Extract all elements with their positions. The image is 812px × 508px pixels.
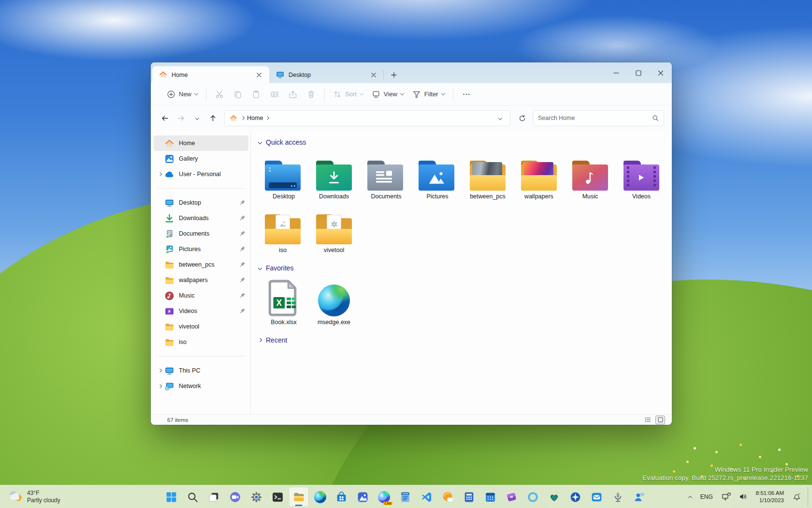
tile-grid-favorites: X Book.xlsx msedge.exe	[257, 277, 672, 330]
refresh-button[interactable]	[514, 110, 530, 126]
paste-button[interactable]	[247, 86, 265, 103]
breadcrumb-location[interactable]: Home	[247, 115, 263, 121]
rename-button[interactable]	[265, 86, 284, 103]
back-button[interactable]	[158, 111, 173, 126]
new-button[interactable]: New	[162, 86, 202, 103]
share-button[interactable]	[284, 86, 302, 103]
taskbar-file-explorer-button[interactable]	[289, 487, 308, 507]
taskbar-calculator-button[interactable]	[459, 487, 478, 507]
tile-label: between_pcs	[470, 193, 506, 200]
sidebar-item-documents[interactable]: Documents	[154, 226, 248, 241]
notifications-button[interactable]: zz	[789, 487, 805, 507]
taskbar-start-button[interactable]	[161, 487, 181, 507]
tile-vivetool[interactable]: vivetool	[308, 205, 360, 254]
sidebar-item-home[interactable]: Home	[154, 135, 248, 151]
taskbar-sound-recorder-button[interactable]	[608, 487, 627, 507]
section-header-favorites[interactable]: Favorites	[255, 262, 672, 274]
sidebar-item-iso[interactable]: iso	[154, 334, 248, 350]
sidebar-item-downloads[interactable]: Downloads	[154, 210, 248, 226]
taskbar-mail-button[interactable]	[587, 487, 606, 507]
sidebar-item-vivetool[interactable]: vivetool	[154, 319, 248, 334]
taskbar-family-safety-button[interactable]	[544, 487, 564, 507]
sidebar-item-videos[interactable]: Videos	[154, 303, 248, 319]
taskbar-cortana-button[interactable]	[523, 487, 542, 507]
tile-wallpapers[interactable]: wallpapers	[513, 151, 565, 200]
recent-locations-button[interactable]	[189, 111, 204, 126]
taskbar-settings-button[interactable]	[246, 487, 266, 507]
taskbar-get-help-button[interactable]	[629, 487, 649, 507]
taskbar-clipchamp-button[interactable]	[502, 487, 521, 507]
search-input[interactable]	[538, 115, 652, 121]
sidebar-item-network[interactable]: Network	[154, 378, 248, 394]
tile-desktop[interactable]: Desktop	[257, 151, 308, 200]
tile-downloads[interactable]: Downloads	[308, 151, 360, 200]
details-view-button[interactable]	[643, 416, 652, 424]
delete-button[interactable]	[302, 86, 320, 103]
new-tab-button[interactable]	[387, 68, 401, 82]
taskbar-calendar-button[interactable]	[480, 487, 500, 507]
sidebar-item-pictures[interactable]: Pictures	[154, 241, 248, 257]
close-button[interactable]	[650, 62, 672, 83]
taskbar-edge-button[interactable]	[310, 487, 330, 507]
refresh-icon	[519, 115, 526, 122]
tile-grid-quick-access: Desktop Downloads Documents Pictures bet…	[257, 151, 672, 258]
tile-music[interactable]: Music	[565, 151, 616, 200]
sidebar-item-user-personal[interactable]: User - Personal	[154, 166, 248, 182]
view-button[interactable]: View	[367, 86, 408, 103]
tile-iso[interactable]: iso	[257, 205, 308, 254]
taskbar-vscode-button[interactable]	[417, 487, 436, 507]
expand-chevron-icon[interactable]	[158, 369, 162, 373]
tile-book-xlsx[interactable]: X Book.xlsx	[257, 277, 308, 326]
folder-icon	[164, 275, 174, 285]
clock[interactable]: 8:51:06 AM 1/10/2023	[752, 490, 788, 504]
taskbar-edge-canary-button[interactable]: CAN	[374, 487, 393, 507]
tile-documents[interactable]: Documents	[360, 151, 411, 200]
tab-home[interactable]: Home	[152, 66, 269, 83]
sidebar-item-this-pc[interactable]: This PC	[154, 363, 248, 378]
show-desktop-button[interactable]	[808, 487, 810, 507]
volume-tray-button[interactable]	[735, 487, 751, 507]
taskbar-notepad-button[interactable]	[395, 487, 415, 507]
expand-chevron-icon[interactable]	[158, 172, 162, 176]
taskbar-weather-widget[interactable]: 43°F Partly cloudy	[5, 485, 64, 508]
hidden-icons-button[interactable]	[685, 487, 695, 507]
filter-button[interactable]: Filter	[408, 86, 449, 103]
sort-button[interactable]: Sort	[329, 86, 367, 103]
tile-between-pcs[interactable]: between_pcs	[462, 151, 513, 200]
expand-chevron-icon[interactable]	[158, 384, 162, 388]
tile-videos[interactable]: Videos	[616, 151, 667, 200]
taskbar-pinwheel-app-button[interactable]	[566, 487, 585, 507]
address-dropdown-button[interactable]	[494, 117, 506, 120]
taskbar-store-button[interactable]	[332, 487, 351, 507]
large-icons-view-button[interactable]	[655, 416, 665, 424]
more-icon	[462, 90, 471, 99]
address-bar[interactable]: Home	[224, 110, 510, 126]
copy-button[interactable]	[229, 86, 247, 103]
sidebar-item-wallpapers[interactable]: wallpapers	[154, 272, 248, 288]
tab-close-button[interactable]	[368, 70, 379, 80]
tab-close-button[interactable]	[254, 70, 264, 80]
language-indicator[interactable]: ENG	[696, 493, 717, 500]
taskbar-terminal-button[interactable]	[268, 487, 287, 507]
cut-button[interactable]	[210, 86, 229, 103]
maximize-button[interactable]	[627, 62, 650, 83]
sidebar-item-music[interactable]: Music	[154, 288, 248, 303]
taskbar-weather-app-button[interactable]	[438, 487, 457, 507]
minimize-button[interactable]	[605, 62, 627, 83]
tab-desktop[interactable]: Desktop	[269, 66, 384, 83]
sidebar-item-between-pcs[interactable]: between_pcs	[154, 257, 248, 272]
tile-pictures[interactable]: Pictures	[411, 151, 462, 200]
taskbar-task-view-button[interactable]	[204, 487, 223, 507]
network-tray-button[interactable]	[718, 487, 734, 507]
more-button[interactable]	[457, 86, 476, 103]
taskbar-search-button[interactable]	[183, 487, 202, 507]
forward-button[interactable]	[174, 111, 188, 126]
up-button[interactable]	[205, 111, 220, 126]
taskbar-photos-button[interactable]	[353, 487, 372, 507]
taskbar-chat-button[interactable]	[225, 487, 245, 507]
sidebar-item-desktop[interactable]: Desktop	[154, 195, 248, 210]
section-header-quick-access[interactable]: Quick access	[255, 136, 672, 148]
sidebar-item-gallery[interactable]: Gallery	[154, 151, 248, 166]
section-header-recent[interactable]: Recent	[255, 334, 672, 346]
tile-msedge-exe[interactable]: msedge.exe	[308, 277, 360, 326]
